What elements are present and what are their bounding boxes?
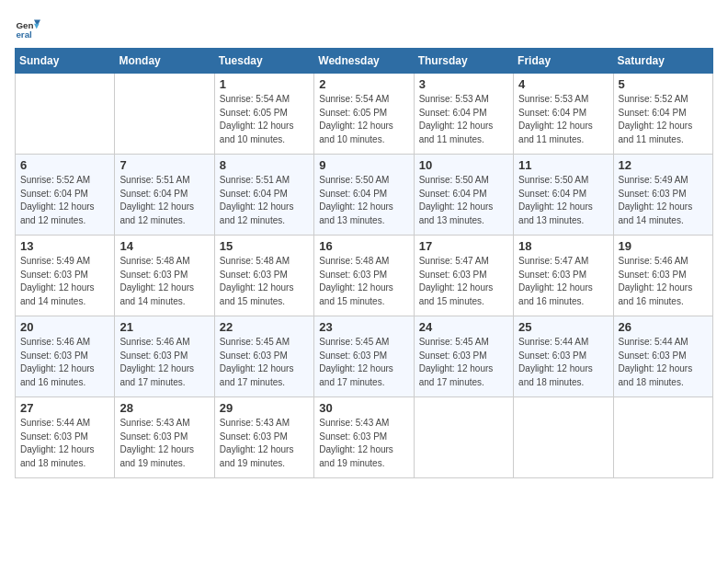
day-detail: Sunrise: 5:44 AM Sunset: 6:03 PM Dayligh… xyxy=(619,336,708,389)
day-number: 6 xyxy=(20,158,109,172)
day-detail: Sunrise: 5:50 AM Sunset: 6:04 PM Dayligh… xyxy=(518,174,608,227)
day-number: 26 xyxy=(619,320,708,334)
day-detail: Sunrise: 5:45 AM Sunset: 6:03 PM Dayligh… xyxy=(220,336,309,389)
day-detail: Sunrise: 5:53 AM Sunset: 6:04 PM Dayligh… xyxy=(518,93,608,146)
calendar-cell: 5Sunrise: 5:52 AM Sunset: 6:04 PM Daylig… xyxy=(613,74,712,155)
day-number: 22 xyxy=(220,320,309,334)
day-number: 18 xyxy=(518,239,608,253)
day-detail: Sunrise: 5:46 AM Sunset: 6:03 PM Dayligh… xyxy=(119,336,209,389)
day-detail: Sunrise: 5:46 AM Sunset: 6:03 PM Dayligh… xyxy=(619,255,708,308)
day-number: 13 xyxy=(20,239,109,253)
calendar-cell: 25Sunrise: 5:44 AM Sunset: 6:03 PM Dayli… xyxy=(514,316,613,397)
day-number: 28 xyxy=(119,401,209,415)
weekday-header-wednesday: Wednesday xyxy=(314,49,414,74)
day-number: 21 xyxy=(119,320,209,334)
day-detail: Sunrise: 5:50 AM Sunset: 6:04 PM Dayligh… xyxy=(319,174,408,227)
calendar-cell: 7Sunrise: 5:51 AM Sunset: 6:04 PM Daylig… xyxy=(115,155,214,236)
day-detail: Sunrise: 5:50 AM Sunset: 6:04 PM Dayligh… xyxy=(419,174,508,227)
weekday-header-thursday: Thursday xyxy=(414,49,513,74)
calendar-cell: 12Sunrise: 5:49 AM Sunset: 6:03 PM Dayli… xyxy=(613,155,712,236)
calendar-cell: 14Sunrise: 5:48 AM Sunset: 6:03 PM Dayli… xyxy=(115,236,214,316)
day-detail: Sunrise: 5:53 AM Sunset: 6:04 PM Dayligh… xyxy=(419,93,508,146)
day-number: 10 xyxy=(419,158,508,172)
weekday-header-friday: Friday xyxy=(514,49,613,74)
calendar-cell: 2Sunrise: 5:54 AM Sunset: 6:05 PM Daylig… xyxy=(314,74,414,155)
day-detail: Sunrise: 5:44 AM Sunset: 6:03 PM Dayligh… xyxy=(518,336,608,389)
calendar-cell: 13Sunrise: 5:49 AM Sunset: 6:03 PM Dayli… xyxy=(16,236,115,316)
day-detail: Sunrise: 5:48 AM Sunset: 6:03 PM Dayligh… xyxy=(319,255,408,308)
day-number: 11 xyxy=(518,158,608,172)
day-detail: Sunrise: 5:43 AM Sunset: 6:03 PM Dayligh… xyxy=(220,417,309,470)
calendar-cell xyxy=(613,397,712,478)
calendar-cell: 27Sunrise: 5:44 AM Sunset: 6:03 PM Dayli… xyxy=(16,397,115,478)
svg-marker-3 xyxy=(34,24,40,29)
day-number: 1 xyxy=(220,77,309,91)
calendar-cell: 30Sunrise: 5:43 AM Sunset: 6:03 PM Dayli… xyxy=(314,397,414,478)
day-detail: Sunrise: 5:54 AM Sunset: 6:05 PM Dayligh… xyxy=(319,93,408,146)
calendar-cell: 4Sunrise: 5:53 AM Sunset: 6:04 PM Daylig… xyxy=(514,74,613,155)
day-number: 25 xyxy=(518,320,608,334)
day-number: 24 xyxy=(419,320,508,334)
day-number: 17 xyxy=(419,239,508,253)
calendar-cell xyxy=(115,74,214,155)
day-number: 7 xyxy=(119,158,209,172)
day-detail: Sunrise: 5:45 AM Sunset: 6:03 PM Dayligh… xyxy=(419,336,508,389)
weekday-header-sunday: Sunday xyxy=(16,49,115,74)
day-detail: Sunrise: 5:49 AM Sunset: 6:03 PM Dayligh… xyxy=(20,255,109,308)
day-detail: Sunrise: 5:47 AM Sunset: 6:03 PM Dayligh… xyxy=(419,255,508,308)
calendar-cell: 11Sunrise: 5:50 AM Sunset: 6:04 PM Dayli… xyxy=(514,155,613,236)
day-number: 3 xyxy=(419,77,508,91)
calendar-cell: 9Sunrise: 5:50 AM Sunset: 6:04 PM Daylig… xyxy=(314,155,414,236)
calendar-cell: 16Sunrise: 5:48 AM Sunset: 6:03 PM Dayli… xyxy=(314,236,414,316)
calendar-cell xyxy=(414,397,513,478)
day-detail: Sunrise: 5:49 AM Sunset: 6:03 PM Dayligh… xyxy=(619,174,708,227)
day-number: 30 xyxy=(319,401,408,415)
day-detail: Sunrise: 5:47 AM Sunset: 6:03 PM Dayligh… xyxy=(518,255,608,308)
calendar-cell xyxy=(514,397,613,478)
calendar-cell: 19Sunrise: 5:46 AM Sunset: 6:03 PM Dayli… xyxy=(613,236,712,316)
day-detail: Sunrise: 5:46 AM Sunset: 6:03 PM Dayligh… xyxy=(20,336,109,389)
weekday-header-tuesday: Tuesday xyxy=(214,49,313,74)
day-number: 29 xyxy=(220,401,309,415)
day-detail: Sunrise: 5:52 AM Sunset: 6:04 PM Dayligh… xyxy=(619,93,708,146)
day-number: 2 xyxy=(319,77,408,91)
calendar-cell: 6Sunrise: 5:52 AM Sunset: 6:04 PM Daylig… xyxy=(16,155,115,236)
day-detail: Sunrise: 5:51 AM Sunset: 6:04 PM Dayligh… xyxy=(220,174,309,227)
calendar-cell: 29Sunrise: 5:43 AM Sunset: 6:03 PM Dayli… xyxy=(214,397,313,478)
day-number: 27 xyxy=(20,401,109,415)
calendar-cell: 23Sunrise: 5:45 AM Sunset: 6:03 PM Dayli… xyxy=(314,316,414,397)
weekday-header-monday: Monday xyxy=(115,49,214,74)
calendar-cell: 28Sunrise: 5:43 AM Sunset: 6:03 PM Dayli… xyxy=(115,397,214,478)
day-detail: Sunrise: 5:54 AM Sunset: 6:05 PM Dayligh… xyxy=(220,93,309,146)
calendar-cell: 18Sunrise: 5:47 AM Sunset: 6:03 PM Dayli… xyxy=(514,236,613,316)
day-detail: Sunrise: 5:44 AM Sunset: 6:03 PM Dayligh… xyxy=(20,417,109,470)
day-number: 23 xyxy=(319,320,408,334)
day-detail: Sunrise: 5:45 AM Sunset: 6:03 PM Dayligh… xyxy=(319,336,408,389)
calendar-cell: 20Sunrise: 5:46 AM Sunset: 6:03 PM Dayli… xyxy=(16,316,115,397)
calendar-cell: 17Sunrise: 5:47 AM Sunset: 6:03 PM Dayli… xyxy=(414,236,513,316)
day-number: 5 xyxy=(619,77,708,91)
calendar-table: SundayMondayTuesdayWednesdayThursdayFrid… xyxy=(15,48,713,478)
day-number: 20 xyxy=(20,320,109,334)
day-number: 8 xyxy=(220,158,309,172)
calendar-cell: 22Sunrise: 5:45 AM Sunset: 6:03 PM Dayli… xyxy=(214,316,313,397)
weekday-header-saturday: Saturday xyxy=(613,49,712,74)
calendar-cell: 8Sunrise: 5:51 AM Sunset: 6:04 PM Daylig… xyxy=(214,155,313,236)
day-detail: Sunrise: 5:48 AM Sunset: 6:03 PM Dayligh… xyxy=(119,255,209,308)
day-number: 15 xyxy=(220,239,309,253)
day-number: 4 xyxy=(518,77,608,91)
calendar-cell: 24Sunrise: 5:45 AM Sunset: 6:03 PM Dayli… xyxy=(414,316,513,397)
logo: Gen eral xyxy=(15,15,44,40)
calendar-cell: 1Sunrise: 5:54 AM Sunset: 6:05 PM Daylig… xyxy=(214,74,313,155)
calendar-cell: 21Sunrise: 5:46 AM Sunset: 6:03 PM Dayli… xyxy=(115,316,214,397)
day-number: 9 xyxy=(319,158,408,172)
day-number: 12 xyxy=(619,158,708,172)
day-detail: Sunrise: 5:52 AM Sunset: 6:04 PM Dayligh… xyxy=(20,174,109,227)
day-number: 16 xyxy=(319,239,408,253)
day-detail: Sunrise: 5:48 AM Sunset: 6:03 PM Dayligh… xyxy=(220,255,309,308)
calendar-cell: 15Sunrise: 5:48 AM Sunset: 6:03 PM Dayli… xyxy=(214,236,313,316)
calendar-cell xyxy=(16,74,115,155)
day-detail: Sunrise: 5:51 AM Sunset: 6:04 PM Dayligh… xyxy=(119,174,209,227)
calendar-cell: 26Sunrise: 5:44 AM Sunset: 6:03 PM Dayli… xyxy=(613,316,712,397)
calendar-cell: 10Sunrise: 5:50 AM Sunset: 6:04 PM Dayli… xyxy=(414,155,513,236)
